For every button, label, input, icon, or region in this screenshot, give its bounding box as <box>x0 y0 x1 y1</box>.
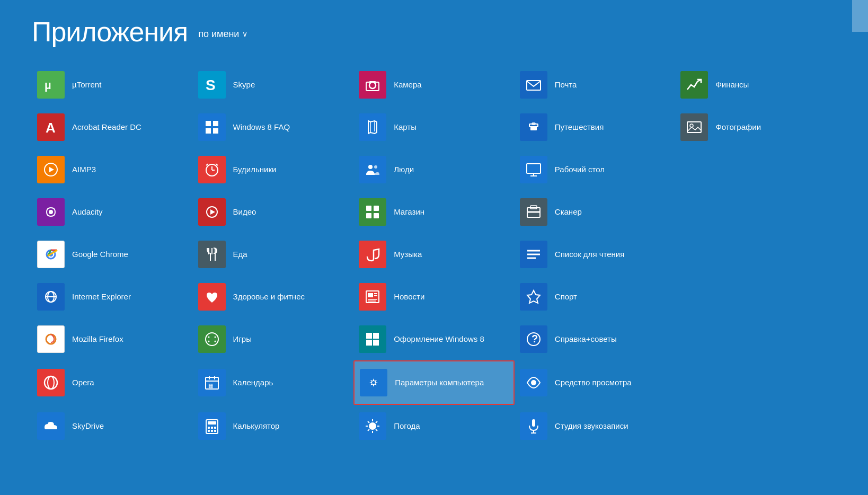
app-item-alarm[interactable]: Будильники <box>193 148 354 191</box>
app-item-skydrive[interactable]: SkyDrive <box>32 405 193 447</box>
people-label: Люди <box>394 164 414 175</box>
win8style-icon <box>359 325 386 353</box>
app-item-empty2 <box>675 191 836 233</box>
finance-icon <box>680 71 708 99</box>
app-item-skype[interactable]: SSkype <box>193 64 354 106</box>
chrome-label: Google Chrome <box>72 249 128 260</box>
svg-rect-8 <box>213 121 218 126</box>
ie-label: Internet Explorer <box>72 291 131 302</box>
sort-button[interactable]: по имени ∨ <box>198 29 247 40</box>
app-item-studio[interactable]: Студия звукозаписи <box>515 405 676 447</box>
app-item-games[interactable]: Игры <box>193 318 354 360</box>
app-item-aimp3[interactable]: AIMP3 <box>32 148 193 191</box>
svg-point-60 <box>206 333 218 346</box>
store-icon <box>359 198 386 226</box>
utorrent-icon: µ <box>37 71 65 99</box>
app-item-empty7 <box>675 405 836 447</box>
food-label: Еда <box>233 249 247 260</box>
scrollbar[interactable] <box>852 0 868 32</box>
video-label: Видео <box>233 207 256 217</box>
app-item-calculator[interactable]: Калькулятор <box>193 405 354 447</box>
w8faq-icon <box>198 113 226 141</box>
svg-rect-65 <box>366 333 372 339</box>
app-item-w8faq[interactable]: Windows 8 FAQ <box>193 106 354 148</box>
music-label: Музыка <box>394 249 422 260</box>
app-item-weather[interactable]: Погода <box>353 405 515 447</box>
app-item-firefox[interactable]: Mozilla Firefox <box>32 318 193 360</box>
svg-rect-16 <box>687 122 701 132</box>
svg-marker-19 <box>49 167 54 172</box>
app-item-calendar[interactable]: ▦Календарь <box>193 360 354 405</box>
svg-rect-4 <box>366 82 379 91</box>
svg-text:A: A <box>46 120 56 136</box>
svg-rect-7 <box>206 121 211 126</box>
scanner-icon <box>520 198 547 226</box>
w8faq-label: Windows 8 FAQ <box>233 122 290 132</box>
app-item-desktop[interactable]: Рабочий стол <box>515 148 676 191</box>
app-item-utorrent[interactable]: µµTorrent <box>32 64 193 106</box>
app-item-food[interactable]: Еда <box>193 233 354 276</box>
app-item-health[interactable]: Здоровье и фитнес <box>193 276 354 318</box>
audacity-icon <box>37 198 65 226</box>
svg-rect-85 <box>208 430 210 432</box>
app-item-people[interactable]: Люди <box>353 148 515 191</box>
viewer-label: Средство просмотра <box>555 377 632 388</box>
app-item-video[interactable]: Видео <box>193 191 354 233</box>
firefox-label: Mozilla Firefox <box>72 334 123 344</box>
maps-label: Карты <box>394 122 417 132</box>
svg-text:µ: µ <box>45 78 51 92</box>
svg-line-93 <box>368 421 369 423</box>
help-icon: ? <box>520 325 547 353</box>
app-item-travel[interactable]: Путешествия <box>515 106 676 148</box>
svg-line-24 <box>216 164 218 165</box>
app-item-viewer[interactable]: Средство просмотра <box>515 360 676 405</box>
app-item-audacity[interactable]: Audacity <box>32 191 193 233</box>
app-item-ie[interactable]: Internet Explorer <box>32 276 193 318</box>
app-item-win8style[interactable]: Оформление Windows 8 <box>353 318 515 360</box>
app-item-photos[interactable]: Фотографии <box>675 106 836 148</box>
apps-grid: µµTorrentSSkypeКамераПочтаФинансыAAcroba… <box>0 58 868 453</box>
utorrent-label: µTorrent <box>72 79 101 90</box>
app-item-opera[interactable]: Opera <box>32 360 193 405</box>
travel-label: Путешествия <box>555 122 604 132</box>
page-title: Приложения <box>32 16 188 48</box>
app-item-maps[interactable]: Карты <box>353 106 515 148</box>
svg-point-63 <box>208 341 209 342</box>
svg-text:?: ? <box>532 333 538 344</box>
photos-icon <box>680 113 708 141</box>
app-item-sport[interactable]: Спорт <box>515 276 676 318</box>
app-item-pcsetup[interactable]: Параметры компьютера <box>353 360 515 405</box>
desktop-label: Рабочий стол <box>555 164 605 175</box>
app-item-mail[interactable]: Почта <box>515 64 676 106</box>
calculator-label: Калькулятор <box>233 421 280 431</box>
audacity-label: Audacity <box>72 207 103 217</box>
opera-label: Opera <box>72 377 94 388</box>
svg-line-94 <box>376 429 377 431</box>
svg-rect-84 <box>214 427 216 429</box>
app-item-store[interactable]: Магазин <box>353 191 515 233</box>
app-item-finance[interactable]: Финансы <box>675 64 836 106</box>
food-icon <box>198 241 226 268</box>
app-item-acrobat[interactable]: AAcrobat Reader DC <box>32 106 193 148</box>
svg-marker-31 <box>210 209 215 215</box>
app-item-news[interactable]: Новости <box>353 276 515 318</box>
app-item-help[interactable]: ?Справка+советы <box>515 318 676 360</box>
app-item-empty1 <box>675 148 836 191</box>
viewer-icon <box>520 369 547 396</box>
music-icon <box>359 241 386 268</box>
app-item-music[interactable]: Музыка <box>353 233 515 276</box>
app-item-empty5 <box>675 318 836 360</box>
app-item-empty3 <box>675 233 836 276</box>
app-item-chrome[interactable]: Google Chrome <box>32 233 193 276</box>
svg-point-26 <box>374 165 377 169</box>
chevron-down-icon: ∨ <box>242 30 247 38</box>
svg-rect-34 <box>366 213 371 218</box>
app-item-camera[interactable]: Камера <box>353 64 515 106</box>
travel-icon <box>520 113 547 141</box>
calendar-icon: ▦ <box>198 369 226 396</box>
app-item-readlist[interactable]: Список для чтения <box>515 233 676 276</box>
people-icon <box>359 156 386 183</box>
svg-point-78 <box>372 381 375 384</box>
svg-rect-32 <box>366 206 371 211</box>
app-item-scanner[interactable]: Сканер <box>515 191 676 233</box>
